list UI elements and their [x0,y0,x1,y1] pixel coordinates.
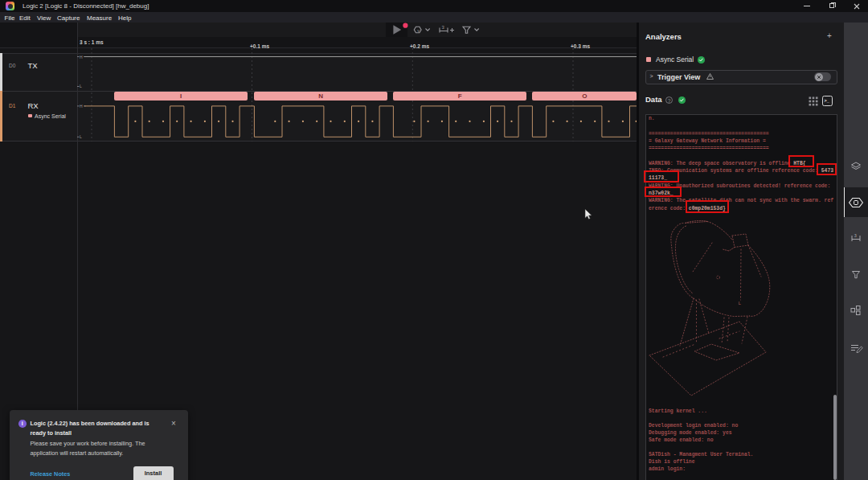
svg-text:3: 3 [442,25,445,30]
svg-text:v: v [417,28,420,33]
svg-text:3: 3 [854,233,857,238]
svg-text:L: L [739,301,742,306]
